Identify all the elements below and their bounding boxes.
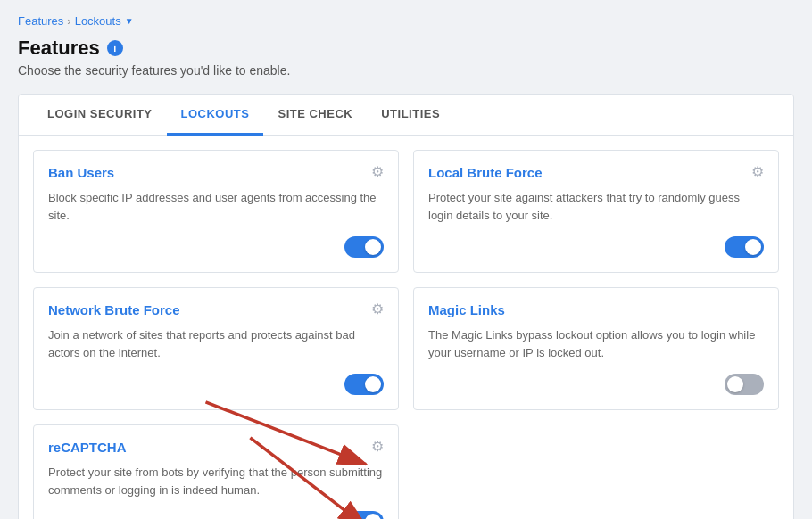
info-icon[interactable]: i — [107, 40, 123, 56]
feature-footer-lbf — [428, 236, 764, 258]
feature-title-local-brute-force: Local Brute Force — [428, 165, 543, 180]
feature-header-lbf: Local Brute Force ⚙ — [428, 165, 764, 180]
gear-icon-recaptcha[interactable]: ⚙ — [371, 440, 384, 454]
features-grid: Ban Users ⚙ Block specific IP addresses … — [19, 136, 793, 519]
feature-title-network-brute-force: Network Brute Force — [48, 302, 180, 317]
page-title-row: Features i — [18, 37, 794, 60]
feature-header-nbf: Network Brute Force ⚙ — [48, 302, 384, 317]
breadcrumb: Features › Lockouts ▼ — [18, 14, 794, 28]
feature-footer-ml — [428, 374, 764, 395]
features-card: LOGIN SECURITY LOCKOUTS SITE CHECK UTILI… — [18, 94, 794, 519]
feature-ban-users: Ban Users ⚙ Block specific IP addresses … — [33, 150, 399, 273]
toggle-magic-links[interactable] — [725, 374, 764, 395]
feature-header-ml: Magic Links — [428, 302, 764, 317]
feature-title-ban-users: Ban Users — [48, 165, 114, 180]
chevron-down-icon[interactable]: ▼ — [125, 16, 134, 26]
gear-icon-ban-users[interactable]: ⚙ — [371, 165, 384, 179]
tab-site-check[interactable]: SITE CHECK — [263, 95, 367, 136]
tab-utilities[interactable]: UTILITIES — [367, 95, 454, 136]
feature-network-brute-force: Network Brute Force ⚙ Join a network of … — [33, 287, 399, 410]
feature-local-brute-force: Local Brute Force ⚙ Protect your site ag… — [413, 150, 779, 273]
feature-footer-nbf — [48, 374, 384, 395]
toggle-ban-users[interactable] — [344, 236, 384, 258]
feature-recaptcha: reCAPTCHA ⚙ Protect your site from bots … — [33, 424, 399, 519]
tab-login-security[interactable]: LOGIN SECURITY — [33, 95, 167, 136]
breadcrumb-separator: › — [67, 14, 70, 28]
feature-magic-links: Magic Links The Magic Links bypass locko… — [413, 287, 779, 410]
feature-desc-magic-links: The Magic Links bypass lockout option al… — [428, 326, 764, 361]
breadcrumb-parent[interactable]: Features — [18, 14, 63, 28]
gear-icon-local-brute-force[interactable]: ⚙ — [751, 165, 764, 179]
page-subtitle: Choose the security features you'd like … — [18, 63, 794, 78]
page-title: Features — [18, 37, 100, 60]
breadcrumb-current: Lockouts — [75, 14, 121, 28]
toggle-local-brute-force[interactable] — [725, 236, 764, 258]
feature-desc-local-brute-force: Protect your site against attackers that… — [428, 189, 764, 224]
toggle-network-brute-force[interactable] — [344, 374, 384, 395]
feature-footer-rc — [48, 511, 384, 519]
gear-icon-network-brute-force[interactable]: ⚙ — [371, 302, 384, 317]
toggle-recaptcha[interactable] — [344, 511, 384, 519]
feature-title-magic-links: Magic Links — [428, 302, 505, 317]
tab-lockouts[interactable]: LOCKOUTS — [167, 95, 264, 136]
feature-desc-ban-users: Block specific IP addresses and user age… — [48, 189, 384, 224]
feature-header-rc: reCAPTCHA ⚙ — [48, 440, 384, 455]
feature-footer-ban-users — [48, 236, 384, 258]
feature-desc-network-brute-force: Join a network of sites that reports and… — [48, 326, 384, 361]
feature-desc-recaptcha: Protect your site from bots by verifying… — [48, 464, 384, 498]
feature-title-recaptcha: reCAPTCHA — [48, 440, 127, 455]
feature-header: Ban Users ⚙ — [48, 165, 384, 180]
tabs-bar: LOGIN SECURITY LOCKOUTS SITE CHECK UTILI… — [19, 95, 793, 136]
